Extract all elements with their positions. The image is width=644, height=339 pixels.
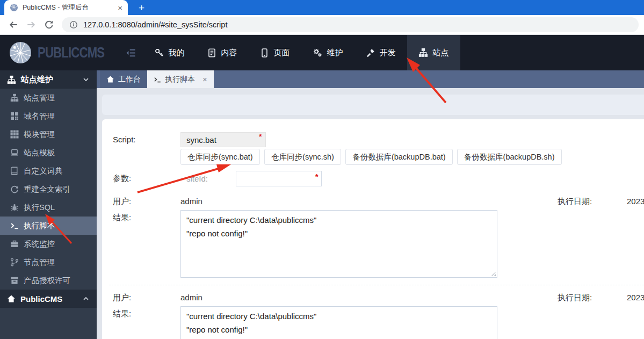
chevron-down-icon <box>82 76 90 83</box>
sidebar-item-label: 节点管理 <box>24 257 55 268</box>
tab-close-icon[interactable]: × <box>118 4 122 12</box>
brand[interactable]: PUBLICCMS <box>0 41 126 64</box>
sidebar-item-license[interactable]: 产品授权许可 <box>0 271 97 290</box>
script-label: Script: <box>113 132 180 147</box>
sidebar-item-label: 站点管理 <box>24 93 55 103</box>
tools-icon <box>366 48 375 57</box>
key-icon <box>155 48 164 57</box>
sidebar-item-rebuild-index[interactable]: 重建全文索引 <box>0 180 97 198</box>
sidebar-item-execute-sql[interactable]: 执行SQL <box>0 198 97 217</box>
sitemap-icon <box>10 93 19 102</box>
sidebar-item-system-monitor[interactable]: 系统监控 <box>0 235 97 253</box>
script-row: Script: * <box>113 132 644 147</box>
brand-wordmark: PUBLICCMS <box>38 45 104 61</box>
user-value: admin <box>180 290 202 303</box>
nav-item-site[interactable]: 站点 <box>407 35 460 70</box>
sidebar-section-publiccms[interactable]: PublicCMS <box>0 290 97 308</box>
sidebar-item-site-template[interactable]: 站点模板 <box>0 143 97 162</box>
sidebar-item-module-management[interactable]: 模块管理 <box>0 125 97 143</box>
gears-icon <box>313 48 322 57</box>
user-value: admin <box>180 194 202 207</box>
script-input[interactable] <box>180 132 266 147</box>
bug-icon <box>10 203 19 212</box>
nav-item-page[interactable]: 页面 <box>249 35 301 70</box>
sidebar-item-node-management[interactable]: 节点管理 <box>0 253 97 271</box>
sidebar: 站点维护 站点管理 域名管理 模块管理 <box>0 70 97 339</box>
tab-workbench[interactable]: 工作台 <box>100 70 147 88</box>
preset-sync-sh-button[interactable]: 仓库同步(sync.sh) <box>264 149 341 165</box>
new-tab-button[interactable]: + <box>139 3 144 13</box>
result-label: 结果: <box>113 210 180 278</box>
required-asterisk: * <box>259 132 262 141</box>
preset-backupdb-sh-button[interactable]: 备份数据库(backupDB.sh) <box>457 149 561 165</box>
sidebar-section-site-maintenance[interactable]: 站点维护 <box>0 70 97 89</box>
sidebar-item-label: 站点模板 <box>24 148 55 158</box>
nav-item-develop[interactable]: 开发 <box>354 35 407 70</box>
params-row: 参数: siteId: * <box>113 171 644 186</box>
sidebar-item-label: 模块管理 <box>24 129 55 140</box>
sidebar-item-label: 自定义词典 <box>24 166 63 176</box>
preset-backupdb-bat-button[interactable]: 备份数据库(backupDB.bat) <box>345 149 452 165</box>
record-user-row: 用户: admin 执行日期: 2023 <box>113 194 644 207</box>
favicon-icon <box>10 3 18 12</box>
nav-item-label: 开发 <box>380 48 396 58</box>
record-result-row: 结果: "current directory C:\data\publiccms… <box>113 210 644 278</box>
record-divider <box>109 285 644 285</box>
home-icon <box>106 75 114 83</box>
script-form-panel: Script: * 仓库同步(sync.bat) 仓库同步(sync.sh) 备… <box>102 119 644 339</box>
browser-tab-title: PublicCMS - 管理后台 <box>23 3 113 12</box>
user-label: 用户: <box>113 290 180 303</box>
sidebar-item-custom-dictionary[interactable]: 自定义词典 <box>0 162 97 180</box>
top-navigation: PUBLICCMS 我的 内容 页面 维 <box>0 35 644 70</box>
terminal-icon <box>154 76 161 83</box>
sidebar-item-label: 域名管理 <box>24 111 55 121</box>
nav-item-label: 站点 <box>433 48 449 58</box>
record-user-row: 用户: admin 执行日期: 2023 <box>113 290 644 303</box>
params-label: 参数: <box>113 171 180 186</box>
sidebar-item-site-management[interactable]: 站点管理 <box>0 89 97 107</box>
result-textarea[interactable]: "current directory C:\data\publiccms" "r… <box>180 210 497 278</box>
toolbar-panel <box>102 95 644 115</box>
nav-item-maintain[interactable]: 维护 <box>301 35 354 70</box>
sidebar-item-domain-management[interactable]: 域名管理 <box>0 107 97 125</box>
siteid-input[interactable] <box>236 171 322 186</box>
exec-date-value: 2023 <box>627 293 644 302</box>
tab-execute-script[interactable]: 执行脚本 × <box>147 70 214 88</box>
preset-sync-bat-button[interactable]: 仓库同步(sync.bat) <box>180 149 260 165</box>
sidebar-section-label: PublicCMS <box>20 294 62 304</box>
tab-close-icon[interactable]: × <box>202 75 207 84</box>
forward-icon[interactable] <box>26 20 36 30</box>
reload-icon[interactable] <box>44 20 54 30</box>
sitemap-icon <box>7 75 16 84</box>
browser-tab[interactable]: PublicCMS - 管理后台 × <box>4 0 128 15</box>
sidebar-item-label: 执行脚本 <box>24 221 55 231</box>
exec-date-value: 2023 <box>627 197 644 206</box>
info-icon[interactable] <box>69 20 78 29</box>
script-presets-row: 仓库同步(sync.bat) 仓库同步(sync.sh) 备份数据库(backu… <box>113 149 644 165</box>
sidebar-item-execute-script[interactable]: 执行脚本 <box>0 217 97 235</box>
record-result-row: 结果: "current directory C:\data\publiccms… <box>113 306 644 339</box>
browser-toolbar: 127.0.0.1:8080/admin/#site_sysSite/scrip… <box>0 15 644 35</box>
laptop-icon <box>10 148 19 157</box>
outdent-icon[interactable] <box>126 47 136 57</box>
qrcode-icon <box>10 112 19 120</box>
mobile-icon <box>260 48 269 57</box>
tab-label: 工作台 <box>118 75 141 84</box>
address-bar[interactable]: 127.0.0.1:8080/admin/#site_sysSite/scrip… <box>62 17 639 32</box>
tab-label: 执行脚本 <box>165 75 195 84</box>
book-icon <box>10 167 19 175</box>
sync-icon <box>10 185 19 193</box>
publiccms-logo-icon <box>9 41 32 64</box>
sidebar-item-label: 重建全文索引 <box>24 184 70 194</box>
nav-item-my[interactable]: 我的 <box>143 35 196 70</box>
sidebar-item-label: 执行SQL <box>24 203 55 213</box>
siteid-label: siteId: <box>186 171 234 183</box>
required-asterisk: * <box>315 172 318 181</box>
branch-icon <box>10 258 19 266</box>
sidebar-spacer <box>0 308 97 339</box>
briefcase-icon <box>10 240 19 248</box>
result-textarea[interactable]: "current directory C:\data\publiccms" "r… <box>180 306 497 339</box>
nav-item-content[interactable]: 内容 <box>196 35 249 70</box>
file-icon <box>207 48 216 57</box>
back-icon[interactable] <box>9 20 18 30</box>
